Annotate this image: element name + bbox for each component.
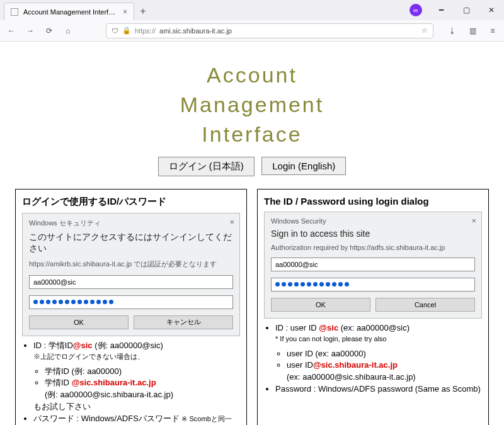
- dialog-heading: Sign in to access this site: [271, 229, 475, 239]
- login-en-button[interactable]: Login (English): [261, 157, 346, 175]
- dialog-heading: このサイトにアクセスするにはサインインしてください: [29, 232, 233, 254]
- extension-badge-icon[interactable]: ∞: [410, 4, 422, 16]
- window-minimize-button[interactable]: ━: [428, 0, 454, 20]
- back-button[interactable]: ←: [5, 25, 18, 37]
- list-item: Password : Windows/ADFS password (Same a…: [275, 383, 482, 395]
- dialog-close-icon[interactable]: ×: [229, 217, 234, 227]
- panel-title-en: The ID / Password using login dialog: [264, 196, 482, 207]
- tab-close-icon[interactable]: ×: [123, 8, 127, 16]
- window-close-button[interactable]: ✕: [479, 0, 504, 20]
- dialog-frame-title: Windows セキュリティ: [29, 218, 233, 228]
- dialog-cancel-button[interactable]: Cancel: [375, 298, 475, 312]
- list-item: パスワード : Windows/ADFSパスワード ※ Scombと同一: [33, 413, 240, 425]
- library-icon[interactable]: ▥: [466, 25, 479, 37]
- browser-toolbar: ← → ⟳ ⌂ 🛡 🔒 https://ami.sic.shibaura-it.…: [0, 20, 504, 42]
- tab-title: Account Management Interface: [23, 8, 118, 16]
- shield-icon: 🛡: [112, 27, 118, 35]
- list-item: user ID (ex: aa00000): [287, 348, 482, 360]
- dialog-password-field[interactable]: [271, 278, 475, 292]
- new-tab-button[interactable]: +: [134, 3, 152, 20]
- dialog-ok-button[interactable]: OK: [271, 298, 370, 312]
- dialog-close-icon[interactable]: ×: [471, 216, 476, 225]
- hero-line-1: Account: [15, 60, 489, 90]
- win-security-dialog-jp: Windows セキュリティ × このサイトにアクセスするにはサインインしてくだ…: [22, 213, 240, 336]
- forward-button[interactable]: →: [24, 25, 37, 37]
- panel-title-jp: ログインで使用するID/パスワード: [22, 196, 240, 208]
- hero-line-3: Interface: [15, 120, 489, 149]
- login-info-panel-en: The ID / Password using login dialog Win…: [257, 189, 489, 425]
- reload-button[interactable]: ⟳: [43, 25, 55, 37]
- dialog-username-field[interactable]: aa00000@sic: [29, 275, 233, 289]
- list-item: 学情ID @sic.shibaura-it.ac.jp(例: aa00000@s…: [45, 377, 240, 401]
- bookmark-star-icon[interactable]: ☆: [421, 26, 428, 35]
- dialog-password-field[interactable]: [29, 295, 233, 309]
- menu-icon[interactable]: ≡: [486, 25, 499, 37]
- dialog-cancel-button[interactable]: キャンセル: [134, 315, 233, 329]
- page-title: Account Management Interface: [15, 60, 489, 149]
- dialog-frame-title: Windows Security: [271, 217, 475, 225]
- dialog-subtext: Authorization required by https://adfs.s…: [271, 244, 475, 251]
- dialog-ok-button[interactable]: OK: [29, 315, 129, 329]
- browser-tab[interactable]: Account Management Interface ×: [4, 3, 134, 20]
- tab-favicon: [11, 8, 18, 16]
- url-prefix: https://: [135, 27, 156, 35]
- login-info-panel-jp: ログインで使用するID/パスワード Windows セキュリティ × このサイト…: [15, 189, 247, 425]
- window-maximize-button[interactable]: ▢: [454, 0, 479, 20]
- window-title-bar: Account Management Interface × + ∞ ━ ▢ ✕: [0, 0, 504, 20]
- list-item: 学情ID (例: aa00000): [45, 366, 240, 378]
- url-host: ami.sic.shibaura-it.ac.jp: [159, 27, 232, 35]
- hero-line-2: Management: [15, 90, 489, 120]
- page-content: Account Management Interface ログイン (日本語) …: [0, 42, 504, 425]
- address-bar[interactable]: 🛡 🔒 https://ami.sic.shibaura-it.ac.jp ☆: [106, 23, 433, 38]
- dialog-subtext: https://amikrb.sic.shibaura-it.ac.jp では認…: [29, 259, 233, 269]
- login-jp-button[interactable]: ログイン (日本語): [158, 157, 255, 176]
- lock-icon: 🔒: [122, 26, 131, 35]
- dialog-username-field[interactable]: aa00000@sic: [271, 258, 475, 271]
- list-item: ID : 学情ID@sic (例: aa00000@sic) ※上記でログインで…: [33, 340, 240, 413]
- save-icon[interactable]: ⭳: [446, 25, 459, 37]
- list-item: ID : user ID @sic (ex: aa00000@sic) * If…: [275, 322, 482, 383]
- list-item: user ID@sic.shibaura-it.ac.jp(ex: aa0000…: [287, 360, 482, 383]
- win-security-dialog-en: Windows Security × Sign in to access thi…: [264, 212, 482, 319]
- home-button[interactable]: ⌂: [62, 25, 74, 37]
